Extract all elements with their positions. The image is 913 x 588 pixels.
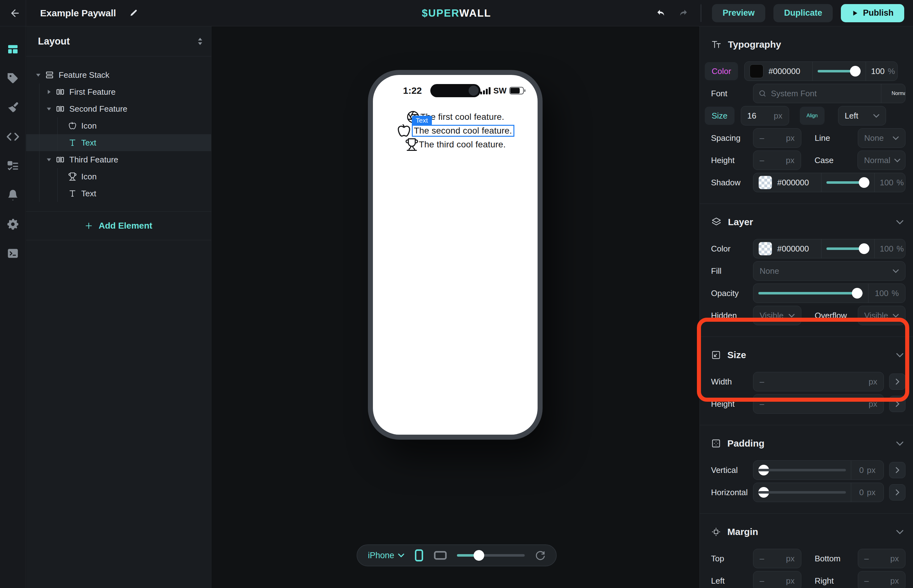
size-icon [711, 350, 721, 360]
add-element-button[interactable]: Add Element [85, 221, 152, 231]
padding-horizontal-slider[interactable] [753, 483, 851, 502]
tree-item-first-feature[interactable]: First Feature [26, 83, 211, 100]
case-select[interactable]: Normal [858, 150, 905, 170]
search-icon [758, 89, 766, 97]
margin-top-input[interactable]: – px [753, 549, 802, 568]
color-label-pill[interactable]: Color [705, 62, 738, 80]
padding-vertical-value[interactable]: 0px [851, 461, 884, 480]
superwall-editor: Example Paywall $UPERWALL Preview Duplic… [0, 0, 913, 588]
color-opacity-value[interactable]: 100% [866, 62, 898, 81]
padding-horizontal-expand-button[interactable] [889, 484, 905, 501]
tree-item-label: Icon [81, 172, 97, 182]
tree-item-text[interactable]: Text [26, 185, 211, 202]
margin-bottom-input[interactable]: – px [858, 549, 906, 568]
portrait-mode-button[interactable] [414, 549, 424, 562]
preview-button[interactable]: Preview [712, 4, 765, 22]
edit-title-button[interactable] [127, 6, 141, 20]
tree-item-text-selected[interactable]: Text [26, 134, 211, 151]
selection-badge: Text [412, 116, 432, 126]
layer-color-opacity-slider[interactable] [821, 239, 874, 258]
fill-select[interactable]: None [753, 261, 905, 281]
caret-down-icon[interactable] [45, 106, 52, 111]
add-element-zone: Add Element [26, 212, 211, 240]
tree-item-feature-stack[interactable]: Feature Stack [26, 66, 211, 83]
tree-item-icon[interactable]: Icon [26, 168, 211, 185]
caret-down-icon[interactable] [35, 72, 42, 78]
collapse-section-button[interactable] [896, 441, 903, 446]
indent-guide [57, 168, 58, 185]
columns-icon [55, 104, 65, 113]
color-opacity-slider[interactable] [812, 62, 866, 81]
hidden-select[interactable]: Visible [753, 306, 802, 325]
height-expand-button[interactable] [889, 396, 905, 412]
shadow-opacity-slider[interactable] [821, 173, 874, 192]
duplicate-button[interactable]: Duplicate [773, 4, 833, 22]
caret-right-icon[interactable] [45, 89, 52, 95]
width-input[interactable]: – px [753, 372, 884, 391]
color-swatch[interactable] [750, 64, 763, 78]
shadow-hex-field[interactable]: #000000 [753, 173, 821, 192]
battery-icon [509, 87, 524, 94]
tree-item-label: Feature Stack [59, 70, 110, 80]
landscape-mode-button[interactable] [434, 551, 447, 560]
rail-item-notifications[interactable] [6, 189, 19, 202]
publish-button[interactable]: Publish [841, 4, 904, 22]
rail-item-console[interactable] [6, 247, 19, 260]
collapse-section-button[interactable] [896, 530, 903, 535]
slider-knob[interactable] [473, 550, 484, 561]
rail-item-products[interactable] [6, 72, 19, 85]
margin-right-input[interactable]: – px [858, 571, 906, 588]
sort-toggle[interactable] [197, 37, 204, 45]
color-hex-field[interactable]: #000000 [745, 62, 812, 81]
feature-row-3[interactable]: The third cool feature. [405, 138, 506, 152]
layers-icon [711, 217, 722, 227]
size-label-pill[interactable]: Size [705, 107, 735, 125]
font-size-input[interactable]: 16 px [741, 106, 789, 126]
caret-down-icon[interactable] [45, 157, 52, 162]
tree-item-icon[interactable]: Icon [26, 117, 211, 134]
font-search-input[interactable] [771, 89, 876, 99]
margin-icon [711, 527, 721, 537]
line-select[interactable]: None [858, 128, 906, 148]
back-button[interactable] [8, 6, 22, 20]
layer-color-hex-field[interactable]: #000000 [753, 239, 821, 258]
align-label-pill[interactable]: Align [800, 107, 825, 125]
undo-button[interactable] [654, 6, 668, 20]
redo-button[interactable] [676, 6, 690, 20]
device-select[interactable]: iPhone [368, 551, 404, 561]
refresh-button[interactable] [535, 550, 545, 561]
shadow-opacity-value[interactable]: 100% [874, 173, 905, 192]
layer-color-opacity-value[interactable]: 100% [874, 239, 905, 258]
collapse-section-button[interactable] [896, 220, 903, 225]
font-weight-select[interactable]: Normal [881, 84, 905, 103]
tree-item-third-feature[interactable]: Third Feature [26, 151, 211, 168]
opacity-value[interactable]: 100% [868, 284, 905, 303]
width-expand-button[interactable] [889, 373, 905, 390]
padding-vertical-expand-button[interactable] [889, 462, 905, 478]
tree-item-second-feature[interactable]: Second Feature [26, 100, 211, 117]
rail-item-styles[interactable] [6, 101, 19, 114]
rail-item-code[interactable] [6, 130, 19, 143]
letter-spacing-input[interactable]: – px [753, 128, 802, 148]
align-select[interactable]: Left [838, 106, 886, 126]
feature-row-2-selected[interactable]: Text The second cool feature. [396, 124, 514, 138]
selected-element-outline[interactable]: Text The second cool feature. [412, 125, 514, 137]
status-time: 1:22 [403, 85, 422, 96]
chevron-down-icon [398, 553, 404, 557]
collapse-section-button[interactable] [896, 353, 903, 357]
zoom-slider[interactable] [457, 550, 525, 561]
padding-horizontal-value[interactable]: 0px [851, 483, 884, 502]
layer-color-swatch[interactable] [758, 242, 772, 255]
padding-vertical-row: Vertical 0px [711, 460, 905, 480]
overflow-select[interactable]: Visible [858, 306, 906, 325]
height-input[interactable]: – px [753, 394, 884, 414]
rail-item-layout[interactable] [6, 43, 19, 56]
rail-item-checklist[interactable] [6, 159, 19, 173]
tree-item-label: Icon [81, 121, 97, 131]
margin-left-input[interactable]: – px [753, 571, 802, 588]
line-height-input[interactable]: – px [753, 150, 801, 170]
opacity-slider[interactable] [753, 284, 868, 303]
rail-item-settings[interactable] [6, 218, 19, 231]
shadow-swatch[interactable] [758, 176, 772, 189]
padding-vertical-slider[interactable] [753, 461, 851, 480]
